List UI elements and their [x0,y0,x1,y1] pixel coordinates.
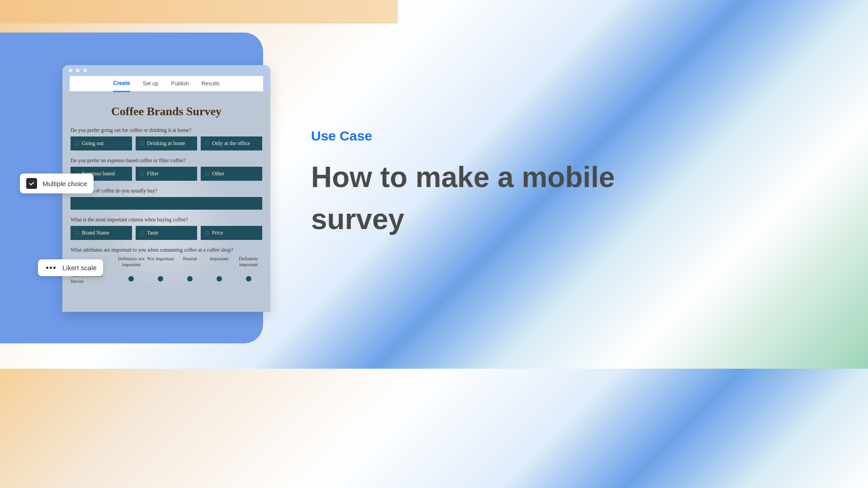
option-price[interactable]: Price [201,226,262,240]
question-text: What attributes are important to you whe… [71,247,262,253]
option-label: Brand Name [82,230,109,236]
scale-label: Definitely important [235,256,262,267]
dots-icon [44,264,57,272]
window-control-dot [69,69,72,72]
headline: How to make a mobile survey [311,156,658,240]
question-2: Do you prefer an espresso based coffee o… [71,158,262,181]
tag-label: Multiple choice [42,180,87,188]
hero-text: Use Case How to make a mobile survey [311,128,658,240]
option-drinking-home[interactable]: Drinking at home [136,136,197,150]
scale-label: Important [205,256,233,267]
question-text: Do you prefer an espresso based coffee o… [71,158,262,163]
scale-label: Not important [147,256,175,267]
radio-icon [75,141,79,145]
window-control-dot [76,69,80,72]
likert-radio[interactable] [158,276,163,282]
question-text: What is the most important criteria when… [71,217,262,222]
radio-icon [140,141,144,145]
likert-radio[interactable] [128,276,134,282]
radio-icon [140,231,144,235]
question-4: What is the most important criteria when… [71,217,262,240]
question-text: s of coffee do you usually buy? [71,188,262,193]
question-text: Do you prefer going out for coffee or dr… [71,127,262,133]
browser-chrome-header [62,65,270,76]
tab-create[interactable]: Create [113,75,130,92]
question-1: Do you prefer going out for coffee or dr… [71,127,262,150]
likert-radio[interactable] [246,276,251,282]
tab-results[interactable]: Results [202,76,220,91]
survey-title: Coffee Brands Survey [71,105,262,118]
option-filter[interactable]: Filter [136,167,197,181]
scale-label: Neutral [176,256,204,267]
tabs-bar: Create Set up Publish Results [70,76,263,91]
orange-background-strip [0,0,398,23]
checkbox-icon [26,178,37,189]
option-label: Price [212,230,223,236]
text-input[interactable] [71,197,262,210]
option-only-office[interactable]: Only at the office [201,136,262,150]
option-label: Drinking at home [147,140,185,147]
likert-radio[interactable] [187,276,193,282]
survey-body: Coffee Brands Survey Do you prefer going… [62,91,270,312]
option-other[interactable]: Other [201,167,262,181]
multiple-choice-tag: Multiple choice [20,174,94,193]
tab-publish[interactable]: Publish [171,76,189,91]
option-brand[interactable]: Brand Name [71,226,132,240]
option-label: Taste [147,230,158,236]
option-going-out[interactable]: Going out [71,136,132,150]
radio-icon [205,231,209,235]
window-control-dot [83,69,87,72]
option-label: Going out [82,140,104,147]
option-taste[interactable]: Taste [136,226,197,240]
option-label: Other [212,170,224,177]
eyebrow-label: Use Case [311,128,658,144]
likert-radio[interactable] [217,276,222,282]
radio-icon [75,231,79,235]
option-label: Filter [147,170,159,177]
question-3: s of coffee do you usually buy? [71,188,262,210]
likert-scale-tag: Likert scale [38,259,103,276]
radio-icon [205,141,209,145]
radio-icon [140,172,144,176]
option-label: Only at the office [212,140,250,147]
tag-label: Likert scale [62,264,97,272]
scale-label: Definitely not important [118,256,145,267]
radio-icon [205,172,209,176]
tab-setup[interactable]: Set up [143,76,159,91]
